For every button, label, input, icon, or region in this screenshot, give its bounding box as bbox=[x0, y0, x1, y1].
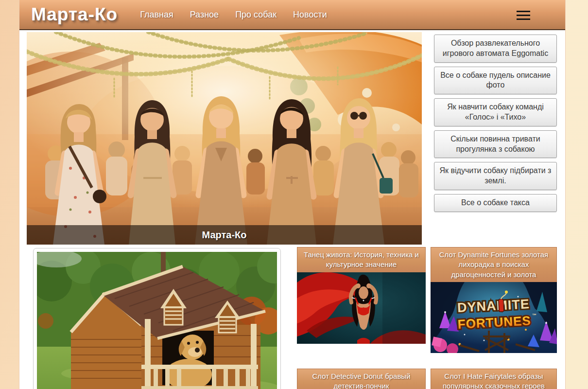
site-header: Марта-Ко Главная Разное Про собак Новост… bbox=[19, 0, 565, 30]
doghouse-image-card[interactable] bbox=[33, 248, 281, 389]
hero-caption: Марта-Ко bbox=[27, 225, 422, 245]
article-title-dynamite-fortunes[interactable]: Слот Dynamite Fortunes золотая лихорадка… bbox=[431, 247, 557, 283]
sidebar-link-eggomatic[interactable]: Обзор развлекательного игрового автомата… bbox=[434, 35, 557, 63]
hero-festival-scene bbox=[27, 32, 422, 245]
main-nav: Главная Разное Про собак Новости bbox=[140, 10, 327, 20]
sidebar-links: Обзор развлекательного игрового автомата… bbox=[434, 35, 557, 212]
site-logo[interactable]: Марта-Ко bbox=[31, 4, 118, 25]
sidebar-link-walk[interactable]: Скільки повинна тривати прогулянка з соб… bbox=[434, 130, 557, 159]
site-wrapper: Марта-Ко Главная Разное Про собак Новост… bbox=[19, 0, 565, 389]
sidebar-link-dachshund[interactable]: Все о собаке такса bbox=[434, 194, 557, 212]
nav-link-home[interactable]: Главная bbox=[140, 10, 173, 20]
article-title-hate-fairytales[interactable]: Слот I Hate Fairytales образы популярных… bbox=[431, 369, 557, 389]
nav-link-misc[interactable]: Разное bbox=[190, 10, 219, 20]
trademark-symbol: ™ bbox=[532, 313, 537, 318]
sidebar-link-voice-quiet[interactable]: Як навчити собаку команді «Голос» і «Тих… bbox=[434, 98, 557, 126]
hamburger-menu-icon[interactable] bbox=[517, 11, 530, 20]
nav-link-news[interactable]: Новости bbox=[293, 10, 327, 20]
hero-image[interactable]: Марта-Ко bbox=[27, 32, 422, 245]
sidebar-link-pickup[interactable]: Як відучити собаку підбирати з землі. bbox=[434, 162, 557, 190]
article-title-belly-dance[interactable]: Танец живота: История, техника и культур… bbox=[297, 247, 426, 273]
nav-link-dogs[interactable]: Про собак bbox=[235, 10, 277, 20]
doghouse-image bbox=[37, 252, 277, 389]
dynamite-fortunes-image[interactable]: DYNAMITE FORTUNES ™ bbox=[431, 282, 557, 353]
article-title-detective-donut[interactable]: Слот Detective Donut бравый детектив-пон… bbox=[297, 369, 426, 389]
sidebar-link-poodle[interactable]: Все о собаке пудель описание фото bbox=[434, 67, 557, 95]
belly-dancer-image[interactable] bbox=[297, 272, 426, 344]
